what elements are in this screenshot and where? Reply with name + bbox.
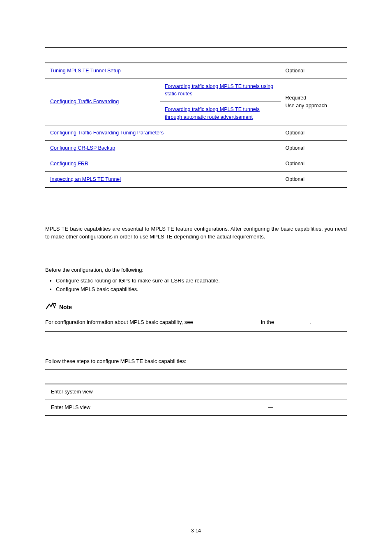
cell-remark-approach: Use any approach	[286, 102, 342, 110]
list-item: Configure MPLS basic capabilities.	[56, 285, 347, 294]
cell-remark: Optional	[281, 125, 347, 141]
link-fwd-static[interactable]: Forwarding traffic along MPLS TE tunnels…	[165, 83, 273, 97]
section-heading-basic-capabilities: Configuring MPLS TE Basic Capabilities	[45, 206, 347, 219]
prereq-intro: Before the configuration, do the followi…	[45, 266, 347, 274]
table-row: Configuring Traffic Forwarding Forwardin…	[45, 79, 347, 102]
cell-todo: Enter system view	[45, 384, 166, 400]
cell-cmd: system-view	[172, 389, 200, 395]
link-inspect-tunnel[interactable]: Inspecting an MPLS TE Tunnel	[50, 176, 121, 182]
cell-remark: Optional	[281, 141, 347, 156]
prereq-list: Configure static routing or IGPs to make…	[45, 277, 347, 294]
note-icon	[45, 302, 57, 313]
note-label: Note	[59, 303, 72, 312]
steps-header-remarks: Remarks	[262, 369, 347, 384]
steps-table: To do… Use the command… Remarks Enter sy…	[45, 369, 347, 416]
link-crlsp-backup[interactable]: Configuring CR-LSP Backup	[50, 145, 115, 151]
link-frr[interactable]: Configuring FRR	[50, 161, 88, 166]
list-item: Configure static routing or IGPs to make…	[56, 277, 347, 285]
cell-remark-required: Required	[286, 94, 342, 102]
cell-remark: Optional	[281, 63, 347, 79]
link-configuring-traffic-forwarding[interactable]: Configuring Traffic Forwarding	[50, 99, 119, 104]
steps-header-todo: To do…	[45, 369, 166, 384]
page-number: 3-14	[0, 527, 392, 534]
table-row: Enter system view system-view —	[45, 384, 347, 400]
cell-remark: Optional	[281, 171, 347, 187]
cell-todo: Enter MPLS view	[45, 400, 166, 416]
table-row: Configuring FRR Optional	[45, 156, 347, 172]
link-tuning-params[interactable]: Configuring Traffic Forwarding Tuning Pa…	[50, 130, 164, 136]
cell-remark: —	[262, 384, 347, 400]
procedure-intro: Follow these steps to configure MPLS TE …	[45, 357, 347, 365]
cell-remark: —	[262, 400, 347, 416]
table-header-remarks: Remarks	[281, 48, 347, 63]
note-divider	[45, 331, 347, 332]
task-remarks-table: Task Remarks Tuning MPLS TE Tunnel Setup…	[45, 47, 347, 188]
link-fwd-auto[interactable]: Forwarding traffic along MPLS TE tunnels…	[165, 106, 260, 120]
table-header-task: Task	[45, 48, 281, 63]
cell-remark: Optional	[281, 156, 347, 172]
steps-header-cmd: Use the command…	[166, 369, 263, 384]
table-row: Configuring Traffic Forwarding Tuning Pa…	[45, 125, 347, 141]
note-header: Note	[45, 302, 347, 313]
link-tuning-setup[interactable]: Tuning MPLS TE Tunnel Setup	[50, 68, 121, 74]
cell-cmd: mpls	[172, 405, 182, 410]
table-row: Enter MPLS view mpls —	[45, 400, 347, 416]
table-row: Configuring CR-LSP Backup Optional	[45, 141, 347, 156]
table-row: Inspecting an MPLS TE Tunnel Optional	[45, 171, 347, 187]
subsection-heading-procedure: Configuration Procedure	[45, 342, 347, 353]
note-body: For configuration information about MPLS…	[45, 318, 347, 326]
intro-paragraph: MPLS TE basic capabilities are essential…	[45, 225, 347, 241]
table-row: Tuning MPLS TE Tunnel Setup Optional	[45, 63, 347, 79]
subsection-heading-prerequisites: Configuration Prerequisites	[45, 251, 347, 261]
